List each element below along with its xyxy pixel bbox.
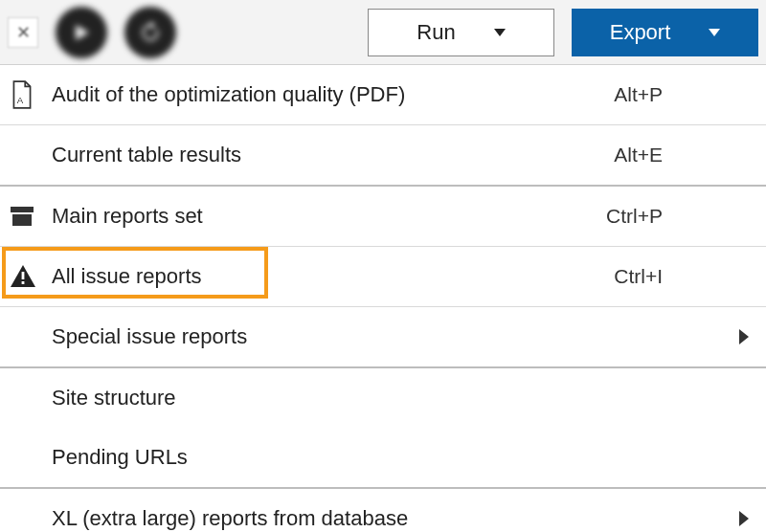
menu-item-all-issue-reports[interactable]: All issue reports Ctrl+I xyxy=(0,247,766,306)
menu-item-label: Current table results xyxy=(52,143,241,167)
toolbar-refresh-button[interactable] xyxy=(124,7,176,58)
menu-item-label: XL (extra large) reports from database xyxy=(52,506,408,531)
menu-item-special-issue-reports[interactable]: Special issue reports xyxy=(0,307,766,366)
svg-rect-1 xyxy=(11,207,34,212)
menu-item-label: Main reports set xyxy=(52,204,203,229)
close-icon: ✕ xyxy=(16,22,31,43)
menu-item-audit-pdf[interactable]: A Audit of the optimization quality (PDF… xyxy=(0,65,766,124)
svg-text:A: A xyxy=(17,95,24,105)
menu-item-shortcut: Ctrl+P xyxy=(606,205,663,228)
menu-item-current-table[interactable]: Current table results Alt+E xyxy=(0,125,766,185)
svg-rect-4 xyxy=(22,281,25,284)
warning-icon xyxy=(10,264,52,289)
toolbar-close-button[interactable]: ✕ xyxy=(8,17,38,48)
menu-item-label: Special issue reports xyxy=(52,324,247,349)
menu-item-label: All issue reports xyxy=(52,264,202,289)
toolbar-play-button[interactable] xyxy=(56,7,107,58)
menu-item-label: Pending URLs xyxy=(52,445,188,470)
menu-item-label: Audit of the optimization quality (PDF) xyxy=(52,82,405,107)
export-button[interactable]: Export xyxy=(572,9,758,56)
menu-item-label: Site structure xyxy=(52,386,176,410)
menu-item-site-structure[interactable]: Site structure xyxy=(0,368,766,428)
export-menu: A Audit of the optimization quality (PDF… xyxy=(0,65,766,532)
svg-rect-3 xyxy=(22,272,25,279)
menu-item-shortcut: Alt+P xyxy=(614,83,663,106)
svg-rect-2 xyxy=(12,214,32,226)
run-button[interactable]: Run xyxy=(368,9,554,56)
play-icon xyxy=(70,21,93,44)
pdf-icon: A xyxy=(10,80,52,109)
chevron-down-icon xyxy=(709,29,720,36)
menu-item-shortcut: Alt+E xyxy=(614,144,663,166)
export-button-label: Export xyxy=(610,20,671,45)
chevron-right-icon xyxy=(739,329,749,344)
menu-item-xl-reports[interactable]: XL (extra large) reports from database xyxy=(0,489,766,532)
refresh-icon xyxy=(138,20,163,45)
chevron-down-icon xyxy=(494,29,506,36)
archive-icon xyxy=(10,206,52,227)
toolbar: ✕ Run Export xyxy=(0,0,766,65)
menu-item-pending-urls[interactable]: Pending URLs xyxy=(0,428,766,487)
menu-item-shortcut: Ctrl+I xyxy=(614,265,663,288)
run-button-label: Run xyxy=(417,20,455,45)
chevron-right-icon xyxy=(739,511,749,526)
menu-item-main-reports[interactable]: Main reports set Ctrl+P xyxy=(0,187,766,246)
